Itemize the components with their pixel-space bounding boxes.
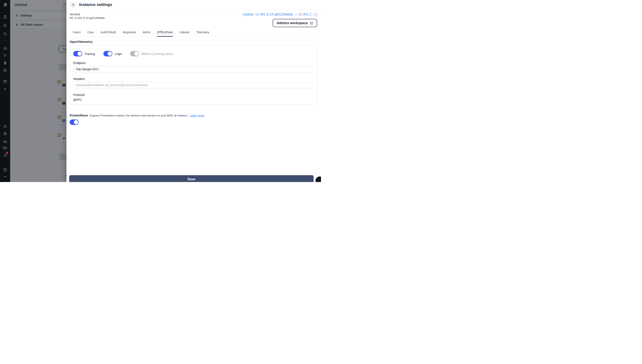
runs-play-icon[interactable] xyxy=(3,53,7,58)
instance-settings-modal: ✕ Instance settings Windmill EE v1.441.0… xyxy=(67,0,321,182)
resources-cubes-icon[interactable] xyxy=(3,68,7,72)
workspace-building-icon[interactable] xyxy=(3,15,7,19)
tab-registries[interactable]: Registries xyxy=(123,30,136,36)
tab-users[interactable]: Users xyxy=(73,30,81,36)
external-link-icon xyxy=(310,22,313,25)
variables-dollar-icon[interactable]: $ xyxy=(3,61,7,65)
tab-otel-prom[interactable]: OTEL/Prom xyxy=(157,30,173,37)
version-block: Windmill EE v1.441.0-14-g81128ddde xyxy=(70,12,105,27)
vendor-name: Windmill xyxy=(70,12,105,16)
search-icon[interactable] xyxy=(3,32,7,36)
opentelemetry-heading: OpenTelemetry xyxy=(70,40,317,44)
modal-title: Instance settings xyxy=(79,2,112,7)
admins-workspace-label: Admins workspace xyxy=(277,21,308,25)
logs-toggle-group: Logs xyxy=(103,51,122,56)
update-link[interactable]: Update: v1.441.0-14-g81128ddde → v1.441.… xyxy=(243,12,311,16)
endpoint-input[interactable] xyxy=(73,66,313,72)
logs-label: Logs xyxy=(115,52,122,56)
opentelemetry-card: Tracing Logs Metrics (coming soon) Endpo… xyxy=(70,45,317,104)
update-block: Update: v1.441.0-14-g81128ddde → v1.441.… xyxy=(243,12,317,27)
ai-robot-icon[interactable] xyxy=(3,139,7,144)
protocol-label: Protocol xyxy=(73,93,313,96)
tab-alerts[interactable]: Alerts xyxy=(143,30,151,36)
settings-gear-icon[interactable]: ⚙ xyxy=(3,132,7,136)
windmill-logo-icon[interactable] xyxy=(3,2,8,8)
toggle-knob xyxy=(107,51,112,56)
headers-label: Headers xyxy=(73,77,313,80)
metrics-label: Metrics (coming soon) xyxy=(141,52,173,56)
prometheus-heading-row: Prometheus Expose Prometheus metrics for… xyxy=(70,114,317,117)
tab-indexer[interactable]: Indexer xyxy=(180,30,190,36)
logs-toggle[interactable] xyxy=(103,51,112,56)
otel-toggles-row: Tracing Logs Metrics (coming soon) xyxy=(73,51,313,56)
help-icon[interactable] xyxy=(3,168,7,172)
folders-icon[interactable] xyxy=(3,146,7,150)
tracing-toggle[interactable] xyxy=(73,51,82,56)
protocol-value: gRPC xyxy=(73,98,313,102)
close-icon: ✕ xyxy=(72,3,74,6)
tab-telemetry[interactable]: Telemetry xyxy=(196,30,209,36)
settings-tabs: Users Core Auth/OAuth Registries Alerts … xyxy=(70,30,317,37)
metrics-toggle xyxy=(130,51,139,56)
home-icon[interactable] xyxy=(3,46,7,50)
tracing-toggle-group: Tracing xyxy=(73,51,95,56)
admins-workspace-button[interactable]: Admins workspace xyxy=(273,19,317,27)
prometheus-description: Expose Prometheus metrics for workers an… xyxy=(90,114,188,117)
tracing-label: Tracing xyxy=(85,52,95,56)
version-text: EE v1.441.0-14-g81128ddde xyxy=(70,16,105,20)
modal-header: ✕ Instance settings xyxy=(67,0,321,10)
user-icon[interactable] xyxy=(3,124,7,128)
learn-more-link[interactable]: Learn more xyxy=(190,114,204,117)
sidebar-divider xyxy=(0,40,10,40)
info-icon[interactable]: i xyxy=(313,13,317,16)
tab-auth-oauth[interactable]: Auth/OAuth xyxy=(101,30,116,36)
sidebar: $ + ⚙ → xyxy=(0,0,10,182)
tab-core[interactable]: Core xyxy=(88,30,94,36)
save-button[interactable]: Save xyxy=(69,175,313,182)
toggle-knob xyxy=(77,51,82,56)
close-button[interactable]: ✕ xyxy=(70,2,76,8)
prometheus-heading: Prometheus xyxy=(70,114,88,117)
add-plus-icon[interactable]: + xyxy=(3,87,7,91)
flow-editor: Untitled Settings $ All Static Inputs Tr… xyxy=(10,0,70,182)
version-row: Windmill EE v1.441.0-14-g81128ddde Updat… xyxy=(70,12,317,27)
app-root: $ + ⚙ → Untitled xyxy=(0,0,321,182)
toggle-knob xyxy=(134,51,139,56)
favorites-star-icon[interactable] xyxy=(3,23,7,28)
prometheus-toggle[interactable] xyxy=(70,120,79,125)
modal-body: Windmill EE v1.441.0-14-g81128ddde Updat… xyxy=(67,12,321,182)
collapse-arrow-icon[interactable]: → xyxy=(3,174,7,178)
headers-input[interactable] xyxy=(73,82,313,88)
modal-backdrop[interactable] xyxy=(10,0,70,182)
metrics-toggle-group: Metrics (coming soon) xyxy=(130,51,173,56)
schedules-calendar-icon[interactable] xyxy=(3,79,7,84)
notification-dot xyxy=(6,152,8,154)
endpoint-label: Endpoint xyxy=(73,61,313,65)
toggle-knob xyxy=(74,120,79,125)
